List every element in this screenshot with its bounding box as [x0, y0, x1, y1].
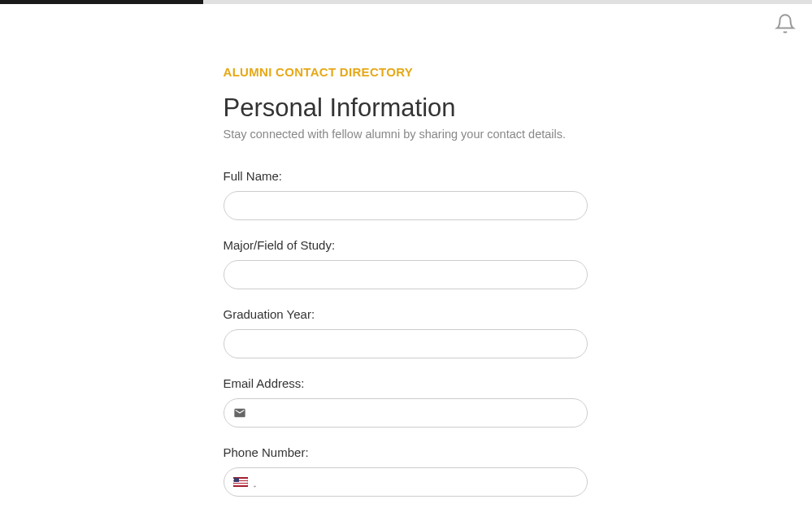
form-container: ALUMNI CONTACT DIRECTORY Personal Inform… — [203, 4, 610, 497]
form-category: ALUMNI CONTACT DIRECTORY — [224, 65, 610, 79]
page-subtitle: Stay connected with fellow alumni by sha… — [224, 128, 610, 141]
field-group-fullname: Full Name: — [224, 169, 610, 220]
email-icon — [233, 406, 246, 419]
fullname-input[interactable] — [224, 191, 588, 220]
phone-input[interactable] — [224, 467, 588, 497]
field-group-phone: Phone Number: — [224, 445, 610, 497]
field-group-gradyear: Graduation Year: — [224, 307, 610, 358]
progress-fill — [0, 0, 203, 4]
major-label: Major/Field of Study: — [224, 238, 610, 252]
page-title: Personal Information — [224, 93, 610, 123]
field-group-email: Email Address: — [224, 376, 610, 428]
email-input[interactable] — [224, 398, 588, 428]
country-selector[interactable] — [233, 477, 258, 487]
chevron-down-icon — [251, 479, 258, 486]
field-group-major: Major/Field of Study: — [224, 238, 610, 289]
email-label: Email Address: — [224, 376, 610, 390]
phone-label: Phone Number: — [224, 445, 610, 459]
gradyear-label: Graduation Year: — [224, 307, 610, 321]
progress-bar — [0, 0, 812, 4]
flag-us-icon — [233, 477, 248, 487]
notification-bell-icon[interactable] — [775, 13, 796, 34]
fullname-label: Full Name: — [224, 169, 610, 183]
gradyear-input[interactable] — [224, 329, 588, 358]
major-input[interactable] — [224, 260, 588, 289]
